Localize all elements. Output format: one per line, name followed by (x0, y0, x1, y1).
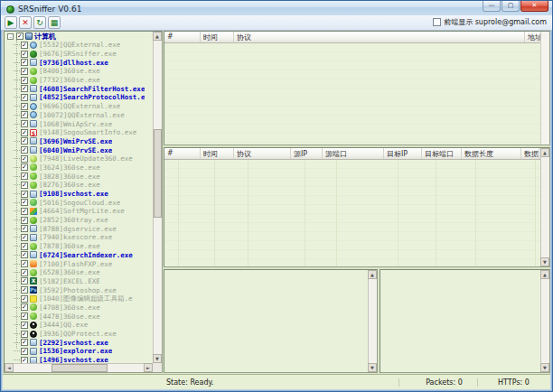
start-capture-icon[interactable]: ▶ (5, 16, 17, 29)
tree-item-process[interactable]: ✓ [9736]dllhost.exe (5, 58, 153, 67)
tree-item-process[interactable]: ✓ [5532]QQExternal.exe (5, 41, 153, 50)
tree-item-process[interactable]: ✓ [9696]QQExternal.exe (5, 102, 153, 111)
process-checkbox[interactable]: ✓ (21, 331, 28, 338)
request-table-body[interactable] (164, 43, 549, 145)
tree-hscrollbar-thumb[interactable] (52, 364, 108, 372)
process-checkbox[interactable]: ✓ (21, 182, 28, 189)
process-checkbox[interactable]: ✓ (21, 217, 28, 224)
column-header[interactable]: 协议 (234, 148, 291, 159)
tree-item-process[interactable]: ✓ [3828]360se.exe (5, 172, 153, 181)
process-checkbox[interactable]: ✓ (21, 199, 28, 206)
process-checkbox[interactable]: ✓ (21, 303, 28, 311)
column-header[interactable]: # (164, 32, 201, 42)
process-checkbox[interactable]: ✓ (21, 103, 28, 110)
process-checkbox[interactable]: ✓ (21, 357, 28, 363)
scroll-down-icon[interactable]: ▼ (540, 363, 549, 372)
process-checkbox[interactable]: ✓ (21, 120, 28, 127)
scroll-up-icon[interactable]: ▲ (153, 32, 162, 41)
process-checkbox[interactable]: ✓ (21, 68, 28, 75)
tree-item-process[interactable]: ✓ [4608]SearchFilterHost.exe (5, 84, 153, 93)
minimize-button[interactable]: — (483, 1, 501, 12)
process-checkbox[interactable]: ✓ (21, 339, 28, 346)
raw-data-vertical-scrollbar[interactable]: ▲ ▼ (368, 270, 377, 372)
process-checkbox[interactable]: ✓ (21, 191, 28, 198)
process-checkbox[interactable]: ✓ (21, 286, 28, 294)
tree-item-process[interactable]: ✓ [4664]SoftMgrLite.exe (5, 207, 153, 216)
refresh-process-list-icon[interactable]: ↻ (33, 16, 46, 29)
tree-item-process[interactable]: ✓ [4708]360se.exe (5, 303, 153, 313)
tree-item-process[interactable]: ✓ [1068]WmiApSrv.exe (5, 119, 153, 128)
tree-item-process[interactable]: ✓ [1496]svchost.exe (5, 356, 153, 363)
tree-item-process[interactable]: ✓ [8400]360se.exe (5, 67, 153, 76)
tree-item-process[interactable]: ✓ [7948]LiveUpdate360.exe (5, 154, 153, 163)
frontend-display-checkbox[interactable] (433, 18, 441, 26)
tree-item-process[interactable]: ✓ [6040]WmiPrvSE.exe (5, 145, 153, 154)
tree-item-process[interactable]: ✓ [3444]QQ.exe (5, 321, 153, 330)
maximize-button[interactable]: ▢ (501, 1, 520, 12)
packet-table-vertical-scrollbar[interactable]: ▲ ▼ (540, 148, 549, 266)
root-checkbox[interactable]: ✓ (16, 33, 23, 40)
process-checkbox[interactable]: ✓ (21, 51, 28, 58)
process-checkbox[interactable]: ✓ (21, 277, 28, 285)
process-checkbox[interactable]: ✓ (21, 111, 28, 118)
tree-item-process[interactable]: ✓ Ps [3592]Photoshop.exe (5, 285, 153, 294)
request-table-scrollbar-track[interactable] (540, 32, 549, 145)
process-checkbox[interactable]: ✓ (21, 225, 28, 232)
tree-root-computer[interactable]: - ✓ 计算机 (5, 32, 153, 41)
scroll-down-icon[interactable]: ▼ (540, 257, 549, 266)
tree-item-process[interactable]: ✓ [4478]360se.exe (5, 312, 153, 321)
title-bar[interactable]: SRSniffer V0.61 — ▢ ✕ (1, 1, 552, 15)
process-checkbox[interactable]: ✓ (21, 85, 28, 92)
column-header[interactable]: 数据长度 (462, 148, 521, 159)
process-checkbox[interactable]: ✓ (21, 77, 28, 84)
tree-item-process[interactable]: ✓ S [9148]SogouSmartInfo.exe (5, 128, 153, 137)
process-checkbox[interactable]: ✓ (21, 146, 28, 154)
tree-item-process[interactable]: ✓ [4852]SearchProtocolHost.e (5, 93, 153, 102)
tree-item-process[interactable]: ✓ [3936]QQProtect.exe (5, 330, 153, 339)
scroll-left-icon[interactable]: ◄ (5, 363, 14, 372)
process-checkbox[interactable]: ✓ (21, 59, 28, 66)
process-checkbox[interactable]: ✓ (21, 155, 28, 163)
tree-item-process[interactable]: ✓ [7732]360se.exe (5, 76, 153, 85)
process-checkbox[interactable]: ✓ (21, 42, 28, 49)
process-checkbox[interactable]: ✓ (21, 313, 28, 320)
tree-item-process[interactable]: ✓ [1040]图像编辑超级工具箱.e (5, 294, 153, 303)
scroll-up-icon[interactable]: ▲ (540, 148, 549, 157)
tree-item-process[interactable]: ✓ [10072]QQExternal.exe (5, 111, 153, 120)
tree-item-process[interactable]: ✓ [6528]360se.exe (5, 268, 153, 277)
tree-horizontal-scrollbar[interactable]: ◄ ► (5, 363, 153, 372)
process-checkbox[interactable]: ✓ (21, 208, 28, 215)
process-checkbox[interactable]: ✓ (21, 163, 28, 171)
decoded-data-panel[interactable]: ▲ ▼ (380, 269, 550, 373)
tree-item-process[interactable]: ✓ [8276]360se.exe (5, 181, 153, 190)
column-header[interactable]: 源端口 (323, 148, 384, 159)
process-checkbox[interactable]: ✓ (21, 234, 28, 241)
packet-table-body[interactable] (164, 160, 540, 266)
stop-capture-icon[interactable]: ✕ (19, 16, 32, 29)
tree-item-process[interactable]: ✓ [6724]SearchIndexer.exe (5, 251, 153, 260)
process-checkbox[interactable]: ✓ (21, 129, 28, 136)
tree-item-process[interactable]: ✓ X [5182]EXCEL.EXE (5, 277, 153, 286)
tree-item-process[interactable]: ✓ [1536]explorer.exe (5, 347, 153, 356)
column-header[interactable]: 数据 (521, 148, 539, 159)
column-header[interactable]: 目标IP (384, 148, 422, 159)
process-checkbox[interactable]: ✓ (21, 251, 28, 258)
tree-item-process[interactable]: ✓ [9676]SRSniffer.exe (5, 50, 153, 59)
save-capture-icon[interactable]: ▦ (48, 16, 61, 29)
tree-item-process[interactable]: ✓ [2852]360tray.exe (5, 216, 153, 225)
collapse-icon[interactable]: - (7, 33, 14, 40)
tree-scrollbar-thumb[interactable] (154, 129, 162, 218)
close-button[interactable]: ✕ (520, 1, 548, 12)
process-checkbox[interactable]: ✓ (21, 137, 28, 145)
tree-item-process[interactable]: ✓ [7940]kxescore.exe (5, 233, 153, 242)
column-header[interactable]: # (164, 148, 201, 159)
column-header[interactable]: 源IP (291, 148, 323, 159)
process-checkbox[interactable]: ✓ (21, 322, 28, 329)
column-header[interactable]: 时间 (201, 32, 234, 42)
process-checkbox[interactable]: ✓ (21, 243, 28, 250)
column-header[interactable]: 协议 (234, 32, 525, 42)
column-header[interactable]: 时间 (201, 148, 234, 159)
tree-item-process[interactable]: ✓ [8788]dgservice.exe (5, 224, 153, 233)
tree-vertical-scrollbar[interactable]: ▲ ▼ (153, 32, 162, 363)
process-checkbox[interactable]: ✓ (21, 94, 28, 101)
